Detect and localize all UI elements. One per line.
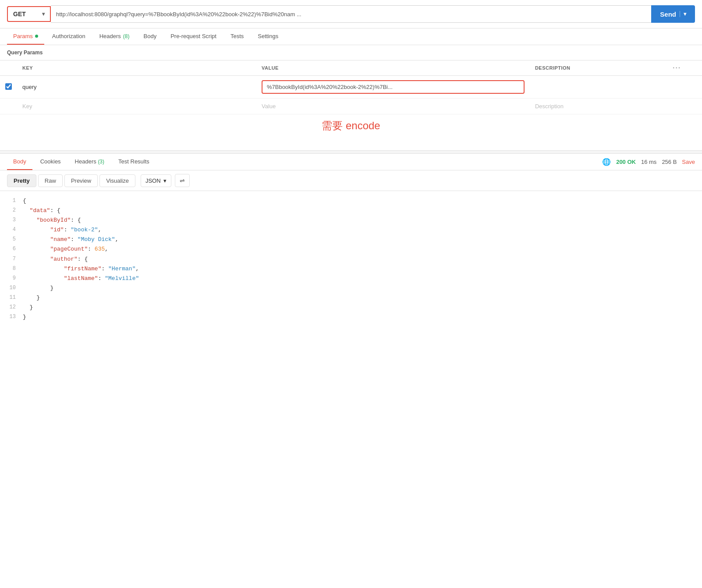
response-size: 256 B <box>662 159 677 165</box>
url-input[interactable] <box>51 5 651 23</box>
format-visualize-button[interactable]: Visualize <box>99 174 135 187</box>
empty-desc-cell[interactable]: Description <box>530 99 667 114</box>
tab-body[interactable]: Body <box>138 28 163 45</box>
code-content-7: "author": { <box>23 255 88 264</box>
response-tab-test-results[interactable]: Test Results <box>112 154 156 170</box>
save-link[interactable]: Save <box>682 159 695 165</box>
code-line-4: 4 "id": "book-2", <box>7 225 695 235</box>
response-tab-body[interactable]: Body <box>7 154 32 170</box>
code-line-5: 5 "name": "Moby Dick", <box>7 235 695 244</box>
method-label: GET <box>13 11 26 18</box>
send-button-wrapper: Send ▾ <box>651 5 695 23</box>
response-cookies-label: Cookies <box>40 158 61 165</box>
line-num-11: 11 <box>7 293 23 303</box>
response-divider <box>0 150 702 154</box>
tab-tests[interactable]: Tests <box>224 28 250 45</box>
format-pretty-button[interactable]: Pretty <box>7 174 36 187</box>
code-content-5: "name": "Moby Dick", <box>23 235 118 244</box>
format-preview-button[interactable]: Preview <box>64 174 98 187</box>
tab-params[interactable]: Params <box>7 28 44 45</box>
format-raw-button[interactable]: Raw <box>38 174 63 187</box>
headers-badge: (8) <box>123 33 130 39</box>
params-table: KEY VALUE DESCRIPTION ··· query <box>0 60 702 114</box>
response-body-label: Body <box>13 158 26 165</box>
query-params-title: Query Params <box>7 50 43 56</box>
empty-key-cell[interactable]: Key <box>17 99 256 114</box>
wrap-icon: ⇌ <box>180 177 185 184</box>
params-label: Params <box>13 33 33 39</box>
format-type-chevron-icon: ▾ <box>163 177 167 184</box>
response-headers-badge: (3) <box>98 159 104 165</box>
settings-label: Settings <box>258 33 278 39</box>
code-content-2: "data": { <box>23 206 60 216</box>
headers-label: Headers <box>99 33 121 39</box>
code-content-13: } <box>23 312 26 322</box>
tab-headers[interactable]: Headers (8) <box>93 28 136 45</box>
send-button[interactable]: Send ▾ <box>651 5 695 23</box>
annotation-text: 需要 encode <box>322 120 380 131</box>
code-content-12: } <box>23 303 33 312</box>
authorization-label: Authorization <box>52 33 85 39</box>
col-actions-header: ··· <box>667 60 702 76</box>
response-tab-cookies[interactable]: Cookies <box>34 154 67 170</box>
response-status: 200 OK <box>616 159 636 165</box>
more-options-icon: ··· <box>673 64 681 71</box>
line-num-6: 6 <box>7 244 23 254</box>
line-num-4: 4 <box>7 225 23 235</box>
row-desc-cell <box>530 76 667 99</box>
code-content-8: "firstName": "Herman", <box>23 264 139 274</box>
empty-value-cell[interactable]: Value <box>256 99 530 114</box>
col-checkbox <box>0 60 17 76</box>
code-line-8: 8 "firstName": "Herman", <box>7 264 695 274</box>
table-row: query <box>0 76 702 99</box>
code-content-3: "bookById": { <box>23 216 81 225</box>
code-line-11: 11 } <box>7 293 695 303</box>
wrap-button[interactable]: ⇌ <box>175 174 190 187</box>
code-view: 1 { 2 "data": { 3 "bookById": { 4 "id": … <box>0 191 702 327</box>
code-line-1: 1 { <box>7 196 695 206</box>
empty-value-placeholder: Value <box>262 103 276 110</box>
row-key-cell: query <box>17 76 256 99</box>
row-checkbox-cell <box>0 76 17 99</box>
line-num-1: 1 <box>7 196 23 206</box>
tab-authorization[interactable]: Authorization <box>46 28 92 45</box>
method-selector[interactable]: GET ▾ <box>7 6 51 22</box>
response-tabs: Body Cookies Headers (3) Test Results <box>7 154 156 170</box>
response-test-results-label: Test Results <box>118 158 149 165</box>
line-num-5: 5 <box>7 235 23 244</box>
response-tab-headers[interactable]: Headers (3) <box>69 154 110 170</box>
col-desc-header: DESCRIPTION <box>530 60 667 76</box>
tests-label: Tests <box>230 33 244 39</box>
empty-checkbox-cell <box>0 99 17 114</box>
empty-row: Key Value Description <box>0 99 702 114</box>
pre-request-label: Pre-request Script <box>170 33 216 39</box>
code-content-6: "pageCount": 635, <box>23 244 108 254</box>
tab-pre-request[interactable]: Pre-request Script <box>164 28 223 45</box>
tab-settings[interactable]: Settings <box>252 28 284 45</box>
code-content-10: } <box>23 283 53 293</box>
line-num-8: 8 <box>7 264 23 274</box>
line-num-10: 10 <box>7 283 23 293</box>
query-params-section: Query Params <box>0 45 702 60</box>
row-checkbox[interactable] <box>5 83 12 90</box>
line-num-2: 2 <box>7 206 23 216</box>
empty-key-placeholder: Key <box>22 103 32 110</box>
line-num-13: 13 <box>7 312 23 322</box>
code-line-6: 6 "pageCount": 635, <box>7 244 695 254</box>
empty-actions-cell <box>667 99 702 114</box>
row-key-value: query <box>22 84 37 90</box>
row-value-cell <box>256 76 530 99</box>
url-bar: GET ▾ Send ▾ <box>0 0 702 28</box>
code-content-1: { <box>23 196 26 206</box>
col-key-header: KEY <box>17 60 256 76</box>
row-value-input[interactable] <box>262 80 525 94</box>
empty-desc-placeholder: Description <box>535 103 564 110</box>
params-dot-icon <box>35 35 38 38</box>
code-line-3: 3 "bookById": { <box>7 216 695 225</box>
format-type-selector[interactable]: JSON ▾ <box>141 174 171 187</box>
annotation-row: 需要 encode <box>0 114 702 142</box>
code-line-12: 12 } <box>7 303 695 312</box>
send-label: Send <box>660 11 676 18</box>
format-type-label: JSON <box>145 177 161 184</box>
globe-icon: 🌐 <box>602 158 611 166</box>
